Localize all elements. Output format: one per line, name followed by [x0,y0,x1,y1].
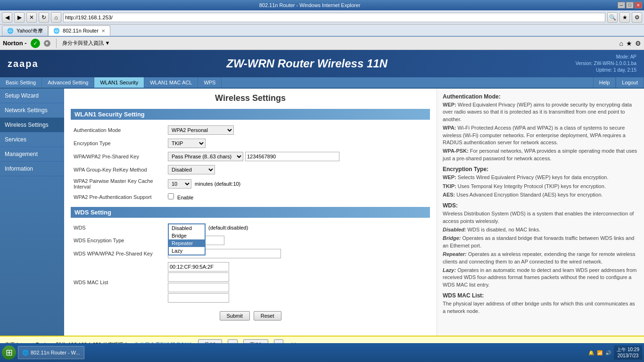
pairwise-cache-row: WPA2 Pairwise Master Key Cache Interval … [71,176,430,191]
wds-mac-input-2[interactable] [168,272,229,282]
wep-term: WEP: [443,102,456,107]
taskbar-volume-icon: 🔊 [605,350,611,355]
tab-wps[interactable]: WPS [198,77,222,88]
group-rekey-input-cell: Disabled Time-based Packet-based [165,163,430,176]
wds-mac-input-3[interactable] [168,283,229,292]
title-bar: 802.11n Router - Windows Internet Explor… [0,0,644,10]
norton-check-icon[interactable]: ✓ [31,39,40,48]
tab-basic-setting[interactable]: Basic Setting [0,77,42,88]
wds-mac-help-title: WDS MAC List: [443,292,638,299]
pre-shared-key-input[interactable] [245,152,339,161]
reset-button[interactable]: Reset [254,311,281,321]
favorites-button[interactable]: ★ [619,12,630,23]
wds-mac-input-1[interactable] [168,262,229,272]
wds-section-header: WDS Setting [71,207,430,218]
taskbar: ⊞ 🌐 802.11n Router - W... 🔔 📶 🔊 上午 10:29… [0,343,644,362]
logout-button[interactable]: Logout [616,77,644,88]
pre-shared-key-label: WPA/WPA2 Pre-Shared Key [71,150,165,163]
tab-wlan1-mac-acl[interactable]: WLAN1 MAC ACL [144,77,198,88]
bookmark-icon[interactable]: ★ [626,40,632,47]
auth-mode-input-cell: WPA2 Personal Open System Shared Key WPA… [165,123,430,137]
sidebar-item-setup-wizard[interactable]: Setup Wizard [0,89,64,103]
group-rekey-row: WPA Group-Key ReKey Method Disabled Time… [71,163,430,176]
home-button[interactable]: ⌂ [51,12,61,23]
group-rekey-select[interactable]: Disabled Time-based Packet-based [168,165,215,174]
tab-advanced-setting[interactable]: Advanced Setting [42,77,94,88]
taskbar-clock[interactable]: 上午 10:29 2013/7/23 [614,346,642,360]
maximize-btn[interactable]: □ [626,2,634,8]
taskbar-network-icon: 📶 [597,350,603,355]
router-mode: Mode: AP [576,54,636,60]
sidebar-item-management[interactable]: Management [0,147,64,162]
settings-icon[interactable]: ⚙ [635,40,641,47]
auth-mode-label: Authentication Mode [71,123,165,137]
back-button[interactable]: ◀ [2,12,12,23]
close-btn[interactable]: ✕ [635,2,642,8]
enc-wep-term: WEP: [443,174,456,180]
encryption-type-label: Encryption Type [71,137,165,150]
wds-option-disabled[interactable]: Disabled [169,224,205,232]
help-button[interactable]: Help [593,77,616,88]
sidebar: Setup Wizard Network Settings Wireless S… [0,89,64,336]
pairwise-cache-select[interactable]: 10 [168,179,191,189]
auth-wpa-text: WPA: Wi-Fi Protected Access (WPA and WPA… [443,124,638,146]
stop-button[interactable]: ✕ [26,12,37,23]
wpapsk-term: WPA-PSK: [443,148,469,154]
enc-type-help-title: Encryption Type: [443,166,638,173]
norton-dropdown-icon[interactable]: ▼ [44,40,50,47]
sidebar-item-information[interactable]: Information [0,162,64,176]
browser-toolbar: ◀ ▶ ✕ ↻ ⌂ 🔍 ★ ⚙ [0,10,644,25]
page-title: Wireless Settings [71,93,430,103]
wds-bridge-text: Bridge: Operates as a standard bridge th… [443,235,638,249]
wds-help-title: WDS: [443,202,638,209]
window-controls[interactable]: ─ □ ✕ [618,2,642,8]
wds-option-lazy[interactable]: Lazy [169,247,205,255]
tab-router[interactable]: 🌐 802.11n Router ✕ [48,25,110,36]
pre-auth-checkbox[interactable] [168,193,174,199]
norton-divider [56,39,57,48]
taskbar-ie-item[interactable]: 🌐 802.11n Router - W... [18,346,84,359]
encryption-type-input-cell: TKIP AES TKIP+AES [165,137,430,150]
wds-row: WDS Repeater (default:disabled) [71,222,430,234]
taskbar-time: 上午 10:29 [617,346,639,353]
taskbar-ie-icon: 🌐 [22,350,29,356]
wds-option-repeater[interactable]: Repeater [169,239,205,247]
wds-mac-input-4[interactable] [168,293,229,303]
refresh-button[interactable]: ↻ [39,12,49,23]
window-title: 802.11n Router - Windows Internet Explor… [2,2,618,8]
pre-auth-label: WPA2 Pre-Authentication Support [71,191,165,202]
forward-button[interactable]: ▶ [14,12,25,23]
tools-button[interactable]: ⚙ [632,12,642,23]
sidebar-item-wireless-settings[interactable]: Wireless Settings [0,118,64,132]
button-row: Submit Reset [71,311,430,321]
nav-tabs-bar: Basic Setting Advanced Setting WLAN1 Sec… [0,77,644,89]
encryption-type-select[interactable]: TKIP AES TKIP+AES [168,139,206,148]
sidebar-item-network-settings[interactable]: Network Settings [0,103,64,118]
wds-mac-list-inputs [165,260,430,304]
pre-auth-row: WPA2 Pre-Authentication Support Enable [71,191,430,202]
submit-button[interactable]: Submit [220,311,250,321]
wds-default-text: (default:disabled) [208,225,248,230]
browser-nav-icons: ⌂ ★ ⚙ [619,40,641,47]
taskbar-notification-icon: 🔔 [588,350,594,355]
tab-close-icon[interactable]: ✕ [101,28,105,33]
sidebar-item-services[interactable]: Services [0,132,64,147]
norton-identity-label[interactable]: 身分卡與登入資訊 ▼ [62,40,110,47]
security-form-table: Authentication Mode WPA2 Personal Open S… [71,123,430,202]
address-bar[interactable] [63,13,605,22]
wds-option-bridge[interactable]: Bridge [169,232,205,239]
auth-mode-select[interactable]: WPA2 Personal Open System Shared Key WPA… [168,125,234,135]
taskbar-right: 🔔 📶 🔊 上午 10:29 2013/7/23 [588,346,642,360]
content-area: Wireless Settings WLAN1 Security Setting… [64,89,437,336]
router-title: ZW-WRN Router Wireless 11N [39,57,576,70]
auth-wpapsk-text: WPA-PSK: For personal networks, WPA prov… [443,148,638,162]
pre-shared-key-input-cell: Pass Phrase (8..63 chars) Hex (64 chars) [165,150,430,163]
minimize-btn[interactable]: ─ [618,2,625,8]
search-button[interactable]: 🔍 [607,12,618,23]
tab-wlan1-security[interactable]: WLAN1 Security [94,77,144,88]
home-icon[interactable]: ⌂ [619,40,623,47]
pre-shared-key-type-select[interactable]: Pass Phrase (8..63 chars) Hex (64 chars) [168,152,243,161]
start-button[interactable]: ⊞ [2,346,16,360]
enc-tkip-term: TKIP: [443,183,456,189]
tab-yahoo[interactable]: 🌐 Yahoo!奇摩 [2,25,48,36]
